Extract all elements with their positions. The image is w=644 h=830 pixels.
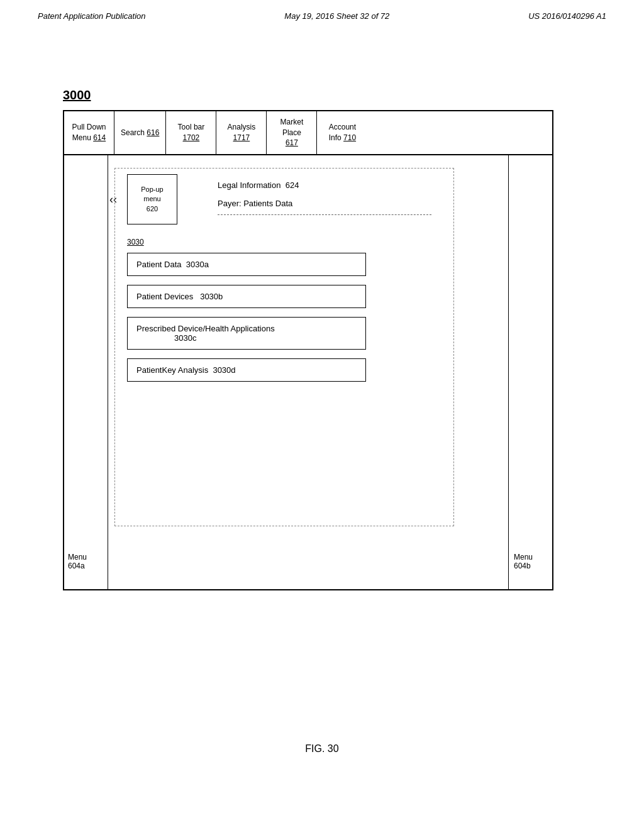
popup-wrapper: ‹‹ Pop-upmenu620 <box>127 174 196 224</box>
prescribed-device-label: Prescribed Device/Health Applications <box>136 324 275 333</box>
patient-devices-label: Patient Devices <box>136 292 200 301</box>
legal-info-area: Legal Information 624 Payer: Patients Da… <box>218 174 431 215</box>
payer-info: Payer: Patients Data <box>218 199 431 215</box>
toolbar-account-label: AccountInfo 710 <box>329 122 356 143</box>
patientkey-analysis-row[interactable]: PatientKey Analysis 3030d <box>127 358 366 382</box>
section-label: 3030 <box>127 238 144 246</box>
patient-data-ref: 3030a <box>186 260 209 269</box>
patient-data-label: Patient Data <box>136 260 186 269</box>
popup-menu-box[interactable]: Pop-upmenu620 <box>127 174 177 224</box>
patient-data-row[interactable]: Patient Data 3030a <box>127 253 366 276</box>
section-3030: 3030 Patient Data 3030a Patient Devices … <box>127 237 489 382</box>
toolbar-analysis[interactable]: Analysis1717 <box>216 111 267 154</box>
prescribed-device-ref: 3030c <box>174 333 196 343</box>
toolbar-search-label: Search 616 <box>121 128 159 138</box>
content-area: Menu 604a ‹‹ Pop-upmenu620 L <box>64 155 552 589</box>
left-menu-label: Menu 604a <box>68 553 87 570</box>
toolbar-toolbar-label: Tool bar1702 <box>178 122 205 143</box>
prescribed-device-row[interactable]: Prescribed Device/Health Applications303… <box>127 317 366 350</box>
toolbar-pulldown[interactable]: Pull DownMenu 614 <box>64 111 114 154</box>
main-container: 3000 Pull DownMenu 614 Search 616 Tool b… <box>63 88 579 590</box>
right-menu-label: Menu 604b <box>514 553 533 570</box>
toolbar-toolbar[interactable]: Tool bar1702 <box>166 111 216 154</box>
legal-info-ref: 624 <box>286 180 299 190</box>
patient-devices-row[interactable]: Patient Devices 3030b <box>127 285 366 308</box>
header-middle: May 19, 2016 Sheet 32 of 72 <box>284 11 389 21</box>
toolbar-row: Pull DownMenu 614 Search 616 Tool bar170… <box>64 111 552 155</box>
toolbar-search[interactable]: Search 616 <box>114 111 166 154</box>
page-header: Patent Application Publication May 19, 2… <box>0 0 644 21</box>
patient-devices-ref: 3030b <box>200 292 223 301</box>
toolbar-marketplace[interactable]: MarketPlace617 <box>267 111 317 154</box>
diagram-box: Pull DownMenu 614 Search 616 Tool bar170… <box>63 110 553 590</box>
toolbar-marketplace-label: MarketPlace617 <box>280 117 304 148</box>
legal-info-title: Legal Information 624 <box>218 180 431 190</box>
diagram-id: 3000 <box>63 88 91 102</box>
popup-menu-label: Pop-upmenu620 <box>141 185 163 214</box>
arrow-left-icon: ‹‹ <box>109 193 117 206</box>
toolbar-account[interactable]: AccountInfo 710 <box>317 111 367 154</box>
center-content: ‹‹ Pop-upmenu620 Legal Information 624 P… <box>108 155 508 589</box>
figure-caption: FIG. 30 <box>0 743 644 755</box>
header-right: US 2016/0140296 A1 <box>528 11 606 21</box>
toolbar-pulldown-label: Pull DownMenu 614 <box>72 122 106 143</box>
left-menu: Menu 604a <box>64 155 108 589</box>
popup-area: ‹‹ Pop-upmenu620 Legal Information 624 P… <box>127 174 489 224</box>
right-menu: Menu 604b <box>508 155 552 589</box>
patientkey-analysis-ref: 3030d <box>213 365 235 375</box>
header-left: Patent Application Publication <box>38 11 146 21</box>
toolbar-analysis-label: Analysis1717 <box>228 122 256 143</box>
patientkey-analysis-label: PatientKey Analysis <box>136 365 213 375</box>
